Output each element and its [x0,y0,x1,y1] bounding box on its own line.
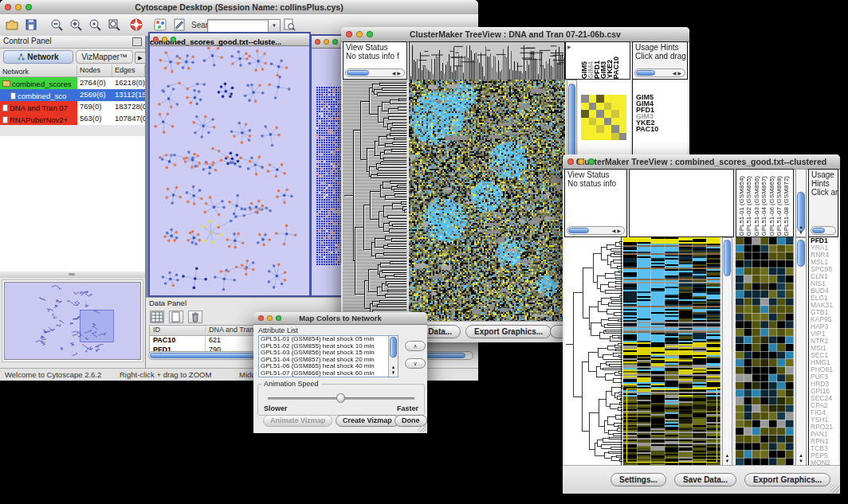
matrix-cell[interactable] [596,133,604,141]
matrix-cell[interactable] [611,103,619,111]
column-label[interactable]: GPL51-01 (GSM854) [738,176,745,236]
create-vizmap-button[interactable]: Create Vizmap [336,415,399,427]
treeview2-heatmap-vscrollbar[interactable]: ▲▼ [722,237,732,466]
minimize-button[interactable] [578,158,584,165]
matrix-cell[interactable] [581,125,589,133]
birdseye-view-canvas[interactable] [4,282,141,360]
column-label[interactable]: GIM4 [587,61,593,79]
zoom-button[interactable] [26,4,32,10]
matrix-cell[interactable] [619,95,627,103]
matrix-cell[interactable] [619,118,627,126]
column-label[interactable]: PAC10 [612,57,618,79]
matrix-cell[interactable] [604,125,612,133]
matrix-cell[interactable] [611,125,619,133]
matrix-cell[interactable] [581,133,589,141]
main-titlebar[interactable]: Cytoscape Desktop (Session Name: collins… [0,0,478,15]
close-button[interactable] [5,4,11,10]
move-up-button[interactable]: ∧ [405,341,426,351]
minimize-button[interactable] [324,39,329,45]
treeview2-titlebar[interactable]: ClusterMaker TreeView : combined_scores_… [563,154,840,170]
close-button[interactable] [258,315,264,321]
export-graphics-button[interactable]: Export Graphics... [465,325,552,338]
animate-vizmap-button[interactable]: Animate Vizmap [263,415,332,427]
treeview2-column-dendrogram-area[interactable] [629,169,734,237]
zoom-in-icon[interactable] [69,18,83,32]
export-graphics-button[interactable]: Export Graphics... [744,473,830,486]
matrix-cell[interactable] [619,133,627,141]
move-down-button[interactable]: ∨ [405,358,426,369]
treeview1-titlebar[interactable]: ClusterMaker TreeView : DNA and Tran 07-… [341,27,689,42]
tab-overflow-arrow[interactable]: ▶ [135,52,146,64]
close-button[interactable] [567,158,574,165]
matrix-cell[interactable] [604,118,612,126]
resize-grip[interactable] [830,484,839,493]
network-table-row[interactable]: RNAPuberNov2+ 563(0) 107847(0) [0,113,145,125]
treeview1-row-dendrogram[interactable] [343,80,407,322]
float-panel-icon[interactable] [132,37,142,46]
close-button[interactable] [153,37,159,42]
resize-grip[interactable] [418,424,426,432]
column-label[interactable]: PFD1 [593,61,599,79]
network-view-canvas[interactable] [151,47,308,295]
zoom-button[interactable] [588,158,595,165]
column-label[interactable]: GPL51-06 (GSM865) [768,176,775,236]
view-status-hscrollbar[interactable]: ◀▶ [567,226,625,235]
save-icon[interactable] [24,18,38,32]
treeview1-column-dendrogram[interactable] [409,41,565,81]
panel-divider-handle[interactable] [0,272,145,278]
zoom-button[interactable] [332,39,338,45]
view-status-hscrollbar[interactable]: ◀▶ [345,68,405,77]
minimize-button[interactable] [15,4,22,10]
network-table-row[interactable]: combined_scores 2764(0) 16218(0) [0,77,145,89]
zoom-selected-icon[interactable] [88,18,102,32]
matrix-cell[interactable] [589,95,597,103]
minimize-button[interactable] [267,315,273,321]
matrix-cell[interactable] [596,95,604,103]
attribute-item[interactable]: GPL51-07 (GSM868) heat shock 60 min [259,370,398,377]
column-label[interactable]: YKE2 [606,60,612,79]
network-window-titlebar[interactable]: combined_scores_good.txt--cluste... [150,33,309,46]
save-data-button[interactable]: Save Data... [674,473,736,486]
matrix-cell[interactable] [589,133,597,141]
matrix-cell[interactable] [589,118,597,126]
matrix-cell[interactable] [581,110,589,118]
settings-button[interactable]: Settings... [610,473,666,486]
matrix-cell[interactable] [596,118,604,126]
usage-hints-hscrollbar[interactable] [811,226,836,235]
column-label[interactable]: GPL51-08 (GSM872) [783,176,790,236]
column-label[interactable]: GPL51-02 (GSM855) [745,176,752,236]
zoom-button[interactable] [171,37,176,42]
matrix-cell[interactable] [596,125,604,133]
row-label[interactable]: PAC10 [634,126,688,132]
close-button[interactable] [315,39,320,45]
dialog-titlebar[interactable]: Map Colors to Network [253,312,427,325]
column-label[interactable]: GPL51-07 (GSM868) [775,176,783,236]
treeview2-global-heatmap[interactable] [623,237,720,466]
zoom-button[interactable] [276,315,281,321]
matrix-cell[interactable] [619,103,627,111]
matrix-cell[interactable] [589,125,597,133]
matrix-cell[interactable] [619,125,627,133]
slider-thumb[interactable] [336,393,345,403]
animation-speed-slider[interactable] [268,397,414,400]
matrix-cell[interactable] [581,103,589,111]
matrix-cell[interactable] [589,110,597,118]
tab-network[interactable]: Network [3,50,73,64]
minimize-button[interactable] [162,37,167,42]
matrix-cell[interactable] [589,103,597,111]
tab-vizmapper[interactable]: VizMapper™ [76,50,133,64]
zoom-out-icon[interactable] [49,18,64,32]
column-label[interactable]: GIM5 [580,61,587,79]
treeview2-gene-vscrollbar[interactable]: ▲▼ [795,237,807,466]
network-table-row[interactable]: DNA and Tran 07 769(0) 183728(0) [0,101,145,113]
matrix-cell[interactable] [611,133,619,141]
new-attribute-icon[interactable] [169,311,183,323]
matrix-cell[interactable] [604,103,612,111]
matrix-cell[interactable] [611,118,619,126]
scrollbar-thumb[interactable] [390,337,397,357]
matrix-cell[interactable] [581,95,589,103]
matrix-cell[interactable] [619,110,627,118]
matrix-cell[interactable] [604,133,612,141]
matrix-cell[interactable] [611,95,619,103]
treeview2-top-vscrollbar[interactable]: ▲▼ [795,169,807,237]
